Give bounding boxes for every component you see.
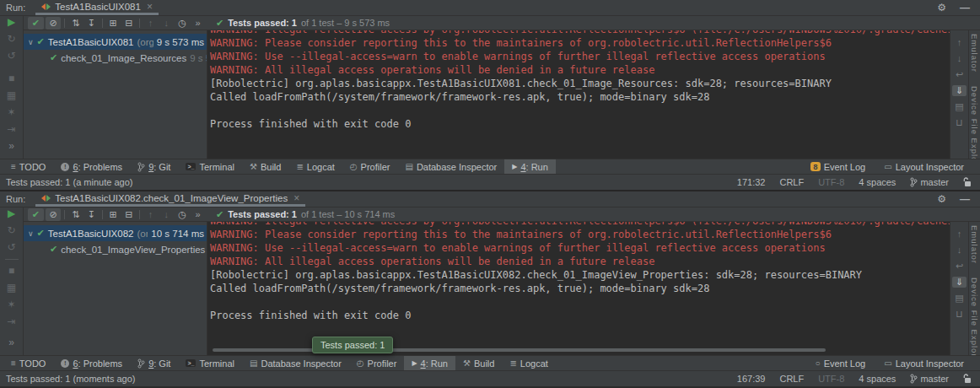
toolwindow-button-database-inspector[interactable]: ▤ Database Inspector [242,356,349,370]
stop-button[interactable]: ■ [8,266,14,277]
toolbar-more-icon[interactable]: » [190,17,206,30]
down-stack-trace-button[interactable]: ↓ [957,53,962,64]
hide-window-icon[interactable]: — [960,193,970,205]
show-passed-button[interactable]: ✔ [28,17,44,30]
toolwindow-button-profiler[interactable]: ◴ Profiler [349,356,405,370]
event-log-button[interactable]: 8 Event Log [803,162,873,172]
git-branch-widget[interactable]: master [910,177,949,187]
toolwindow-button-problems[interactable]: ! 6: Problems [53,159,130,174]
test-history-button[interactable]: ◷ [175,208,191,221]
show-ignored-button[interactable]: ⊘ [46,208,62,221]
line-ending[interactable]: CRLF [779,177,804,187]
toolwindow-button-run[interactable]: ▶ 4: Run [404,356,455,370]
layout-inspector-button[interactable]: ▭ Layout Inspector [876,358,972,369]
toolwindow-button-build[interactable]: ⚒ Build [455,356,502,370]
show-passed-button[interactable]: ✔ [28,208,44,221]
test-settings-button[interactable]: ✶ [7,107,15,118]
previous-occurrence-button[interactable]: ↑ [143,17,159,30]
device-file-explorer-tab[interactable]: Device File Explorer [970,86,979,159]
hide-window-icon[interactable]: — [960,2,970,13]
soft-wrap-button[interactable]: ↩ [956,69,963,80]
sort-alphabetically-button[interactable]: ⇅ [67,208,83,221]
device-file-explorer-tab[interactable]: Device File Explorer [970,278,979,355]
attach-button[interactable]: ⇥ [7,316,15,327]
file-encoding[interactable]: UTF-8 [818,177,844,187]
print-button[interactable]: ▤ [955,293,963,304]
rerun-failed-tests-button[interactable]: ↻ [7,34,15,45]
down-stack-trace-button[interactable]: ↓ [957,245,962,256]
next-occurrence-button[interactable]: ↓ [159,17,175,30]
toolbar-more-icon[interactable]: » [190,208,206,221]
indent-setting[interactable]: 4 spaces [859,177,896,187]
file-encoding[interactable]: UTF-8 [818,374,844,384]
toolwindow-button-git[interactable]: 9: Git [130,356,178,370]
toolwindow-button-build[interactable]: ⚒ Build [242,159,288,174]
console-output-1[interactable]: WARNING: Illegal reflective access by or… [207,30,950,159]
toolwindow-button-logcat[interactable]: ≣ Logcat [502,356,555,370]
screenshot-button[interactable]: ▦ [7,90,16,101]
gear-icon[interactable]: ⚙ [937,2,946,13]
clear-all-button[interactable]: ⊔ [956,117,963,128]
more-tools-icon[interactable]: » [8,337,14,348]
rerun-failed-tests-button[interactable]: ↻ [7,225,15,236]
close-icon[interactable]: × [293,192,299,204]
test-case-row[interactable]: ✔ check_01_ImageView_Properties 10 s 714… [24,241,207,257]
expand-all-button[interactable]: ⊞ [105,17,121,30]
up-stack-trace-button[interactable]: ↑ [957,229,962,240]
stop-button[interactable]: ■ [8,73,14,84]
print-button[interactable]: ▤ [955,101,963,112]
collapse-all-button[interactable]: ⊟ [121,17,137,30]
test-history-button[interactable]: ◷ [175,17,191,30]
lock-icon[interactable] [963,177,972,187]
line-ending[interactable]: CRLF [779,374,804,384]
expand-all-button[interactable]: ⊞ [105,208,121,221]
next-occurrence-button[interactable]: ↓ [159,208,175,221]
sort-by-duration-button[interactable]: ↧ [83,17,100,30]
toolwindow-button-todo[interactable]: ≡ TODO [3,159,53,174]
collapse-all-button[interactable]: ⊟ [121,208,137,221]
toolwindow-button-database-inspector[interactable]: ▤ Database Inspector [397,159,504,174]
run-tab-testa1basicuix082[interactable]: TestA1BasicUIX082.check_01_ImageView_Pro… [35,191,305,207]
run-tab-testa1basicuix081[interactable]: TestA1BasicUIX081 × [35,0,159,15]
toolwindow-button-problems[interactable]: ! 6: Problems [53,356,130,370]
clear-all-button[interactable]: ⊔ [956,309,963,320]
caret-position[interactable]: 171:32 [737,177,766,187]
up-stack-trace-button[interactable]: ↑ [957,37,962,48]
lock-icon[interactable] [963,374,972,384]
layout-inspector-button[interactable]: ▭ Layout Inspector [876,162,972,172]
sort-by-duration-button[interactable]: ↧ [83,208,100,221]
test-settings-button[interactable]: ✶ [7,299,15,310]
emulator-tab[interactable]: Emulator [970,225,979,264]
event-log-button[interactable]: ○ Event Log [808,358,874,369]
chevron-down-icon[interactable]: ∨ [28,38,34,46]
previous-occurrence-button[interactable]: ↑ [143,208,159,221]
attach-button[interactable]: ⇥ [7,124,15,135]
soft-wrap-button[interactable]: ↩ [956,261,963,272]
toggle-auto-test-button[interactable]: ↺ [7,242,15,253]
scroll-to-end-button[interactable]: ⇓ [952,85,967,96]
toolwindow-button-terminal[interactable]: >_ Terminal [178,356,242,370]
toolwindow-button-todo[interactable]: ≡ TODO [3,356,53,370]
more-tools-icon[interactable]: » [8,141,14,152]
close-icon[interactable]: × [147,1,153,13]
toolwindow-button-profiler[interactable]: ◴ Profiler [342,159,398,174]
toolwindow-button-logcat[interactable]: ≣ Logcat [288,159,342,174]
gear-icon[interactable]: ⚙ [937,193,946,205]
screenshot-button[interactable]: ▦ [7,283,16,294]
sort-alphabetically-button[interactable]: ⇅ [67,17,83,30]
show-ignored-button[interactable]: ⊘ [46,17,62,30]
indent-setting[interactable]: 4 spaces [859,374,896,384]
test-suite-row[interactable]: ∨ ✔ TestA1BasicUIX082 (org.aplas.basica … [24,225,207,241]
chevron-down-icon[interactable]: ∨ [28,229,34,238]
scroll-to-end-button[interactable]: ⇓ [952,277,967,288]
rerun-button[interactable]: ▶ [8,208,15,219]
toolwindow-button-terminal[interactable]: >_ Terminal [178,159,242,174]
git-branch-widget[interactable]: master [910,374,949,384]
test-case-row[interactable]: ✔ check_01_Image_Resources 9 s 573 ms [24,50,207,66]
toggle-auto-test-button[interactable]: ↺ [7,51,15,62]
emulator-tab[interactable]: Emulator [970,34,979,73]
horizontal-scrollbar[interactable] [213,348,826,352]
console-output-2[interactable]: WARNING: Illegal reflective access by or… [207,222,950,355]
toolwindow-button-run[interactable]: ▶ 4: Run [504,159,556,174]
test-suite-row[interactable]: ∨ ✔ TestA1BasicUIX081 (org.aplas.basica … [24,34,207,50]
